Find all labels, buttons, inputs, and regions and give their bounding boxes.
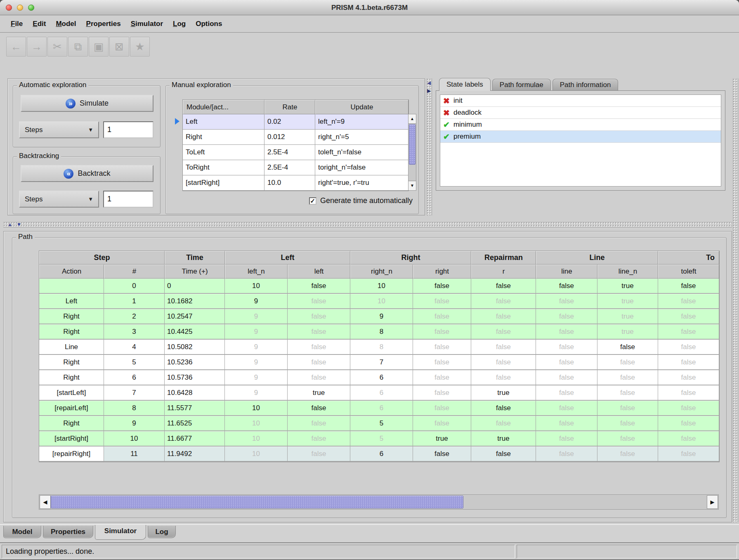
manual-cell[interactable]: right'=true, r'=tru bbox=[315, 175, 408, 191]
scroll-left-icon[interactable]: ◀ bbox=[40, 495, 51, 509]
path-cell: false bbox=[471, 309, 536, 324]
path-cell: 10 bbox=[350, 294, 413, 309]
star-button[interactable]: ★ bbox=[130, 37, 150, 57]
tab-model[interactable]: Model bbox=[3, 526, 41, 538]
menu-log[interactable]: Log bbox=[168, 16, 191, 32]
tab-state-labels[interactable]: State labels bbox=[439, 78, 491, 91]
scroll-up-icon[interactable]: ▲ bbox=[408, 114, 416, 124]
manual-cell[interactable]: ToLeft bbox=[183, 145, 264, 160]
tab-log[interactable]: Log bbox=[148, 526, 176, 538]
copy-button[interactable]: ⧉ bbox=[68, 37, 88, 57]
menu-options[interactable]: Options bbox=[191, 16, 227, 32]
back-button[interactable]: ← bbox=[6, 37, 26, 57]
generate-time-checkbox[interactable]: ✓ bbox=[309, 197, 316, 205]
tab-path-information[interactable]: Path information bbox=[552, 79, 619, 91]
menu-edit[interactable]: Edit bbox=[28, 16, 51, 32]
title-bar[interactable]: PRISM 4.1.beta.r6673M bbox=[0, 0, 739, 15]
expand-down-icon[interactable]: ▼ bbox=[17, 222, 21, 227]
path-row[interactable]: Line410.50829false8falsefalsefalsefalsef… bbox=[39, 340, 719, 355]
simulate-steps-input[interactable] bbox=[103, 121, 153, 138]
state-label-minimum[interactable]: ✔minimum bbox=[440, 119, 721, 131]
state-label-premium[interactable]: ✔premium bbox=[440, 131, 721, 143]
manual-transition-row[interactable]: ToRight2.5E-4toright_n'=false bbox=[183, 160, 408, 175]
manual-cell[interactable]: 2.5E-4 bbox=[264, 160, 315, 175]
manual-cell[interactable]: Left bbox=[183, 114, 264, 130]
manual-cell[interactable]: right_n'=5 bbox=[315, 130, 408, 145]
tab-properties[interactable]: Properties bbox=[43, 526, 93, 538]
path-scrollbar[interactable]: ◀ ▶ bbox=[39, 494, 719, 510]
manual-col-header: Rate bbox=[264, 100, 315, 114]
path-cell: 6 bbox=[350, 447, 413, 462]
path-cell: false bbox=[413, 355, 471, 370]
path-cell: false bbox=[536, 340, 597, 355]
menu-file[interactable]: File bbox=[6, 16, 28, 32]
manual-cell[interactable]: [startRight] bbox=[183, 175, 264, 191]
vertical-splitter[interactable]: ◀ ▶ bbox=[426, 78, 432, 215]
manual-transition-row[interactable]: [startRight]10.0right'=true, r'=tru bbox=[183, 175, 408, 191]
path-cell: false bbox=[413, 447, 471, 462]
path-row[interactable]: [repairRight]1111.949210false6falsefalse… bbox=[39, 447, 719, 462]
collapse-up-icon[interactable]: ▲ bbox=[7, 222, 12, 227]
path-cell: Right bbox=[39, 309, 104, 324]
manual-cell[interactable]: 0.012 bbox=[264, 130, 315, 145]
menu-properties[interactable]: Properties bbox=[81, 16, 126, 32]
path-cell: false bbox=[536, 416, 597, 431]
path-row[interactable]: Right310.44259false8falsefalsefalsetruef… bbox=[39, 324, 719, 340]
delete-button[interactable]: ⊠ bbox=[109, 37, 129, 57]
manual-cell[interactable]: 0.02 bbox=[264, 114, 315, 130]
rewind-icon: « bbox=[64, 169, 73, 179]
path-row[interactable]: Left110.16829false10falsefalsefalsetruef… bbox=[39, 294, 719, 309]
manual-cell[interactable]: toright_n'=false bbox=[315, 160, 408, 175]
path-cell: false bbox=[413, 324, 471, 340]
forward-button[interactable]: → bbox=[27, 37, 47, 57]
path-row[interactable]: 0010false10falsefalsefalsetruefalse bbox=[39, 279, 719, 294]
path-row[interactable]: [startLeft]710.64289true6falsetruefalsef… bbox=[39, 385, 719, 401]
path-cell: 10 bbox=[225, 279, 288, 294]
path-cell: 4 bbox=[104, 340, 165, 355]
horizontal-splitter[interactable]: ▲ ▼ bbox=[3, 222, 732, 227]
manual-cell[interactable]: 2.5E-4 bbox=[264, 145, 315, 160]
automatic-exploration-title: Automatic exploration bbox=[17, 81, 88, 89]
menu-simulator[interactable]: Simulator bbox=[126, 16, 168, 32]
scrollbar-thumb[interactable] bbox=[409, 124, 416, 165]
path-cell: 10.1682 bbox=[165, 294, 225, 309]
state-label-deadlock[interactable]: ✖deadlock bbox=[440, 107, 721, 119]
manual-transition-row[interactable]: ToLeft2.5E-4toleft_n'=false bbox=[183, 145, 408, 160]
toolbar-buttons: ←→✂⧉▣⊠★ bbox=[6, 37, 151, 57]
manual-cell[interactable]: left_n'=9 bbox=[315, 114, 408, 130]
backtrack-steps-input[interactable] bbox=[103, 191, 153, 208]
path-cell: false bbox=[413, 340, 471, 355]
path-row[interactable]: Right911.652510false5falsefalsefalsefals… bbox=[39, 416, 719, 431]
path-row[interactable]: Right510.52369false7falsefalsefalsefalse… bbox=[39, 355, 719, 370]
path-col-header: toleft bbox=[658, 265, 719, 279]
manual-cell[interactable]: 10.0 bbox=[264, 175, 315, 191]
manual-transition-row[interactable]: Left0.02left_n'=9 bbox=[183, 114, 408, 130]
manual-cell[interactable]: ToRight bbox=[183, 160, 264, 175]
scrollbar-thumb[interactable] bbox=[51, 496, 463, 508]
tab-path-formulae[interactable]: Path formulae bbox=[492, 79, 551, 91]
backtrack-button[interactable]: « Backtrack bbox=[21, 165, 153, 182]
manual-cell[interactable]: toleft_n'=false bbox=[315, 145, 408, 160]
scroll-right-icon[interactable]: ▶ bbox=[707, 495, 718, 509]
collapse-left-icon[interactable]: ◀ bbox=[427, 80, 431, 85]
path-row[interactable]: [repairLeft]811.557710false6falsefalsefa… bbox=[39, 401, 719, 416]
manual-table-scrollbar[interactable]: ▲ ▼ bbox=[408, 114, 416, 191]
tab-simulator[interactable]: Simulator bbox=[95, 525, 146, 540]
simulate-steps-dropdown[interactable]: Steps ▼ bbox=[19, 121, 99, 138]
backtrack-steps-dropdown[interactable]: Steps ▼ bbox=[19, 191, 99, 208]
path-row[interactable]: Right210.25479false9falsefalsefalsetruef… bbox=[39, 309, 719, 324]
expand-right-icon[interactable]: ▶ bbox=[427, 88, 431, 93]
simulate-button[interactable]: » Simulate bbox=[21, 95, 153, 112]
menu-model[interactable]: Model bbox=[51, 16, 81, 32]
scroll-down-icon[interactable]: ▼ bbox=[408, 181, 416, 190]
paste-button[interactable]: ▣ bbox=[89, 37, 109, 57]
manual-transition-row[interactable]: Right0.012right_n'=5 bbox=[183, 130, 408, 145]
state-label-init[interactable]: ✖init bbox=[440, 95, 721, 107]
path-cell: false bbox=[536, 324, 597, 340]
cut-button[interactable]: ✂ bbox=[47, 37, 67, 57]
menu-bar: FileEditModelPropertiesSimulatorLogOptio… bbox=[0, 15, 739, 33]
path-row[interactable]: [startRight]1011.667710false5truetruefal… bbox=[39, 431, 719, 447]
path-row[interactable]: Right610.57369false6falsefalsefalsefalse… bbox=[39, 370, 719, 385]
manual-cell[interactable]: Right bbox=[183, 130, 264, 145]
window-title: PRISM 4.1.beta.r6673M bbox=[0, 0, 739, 15]
